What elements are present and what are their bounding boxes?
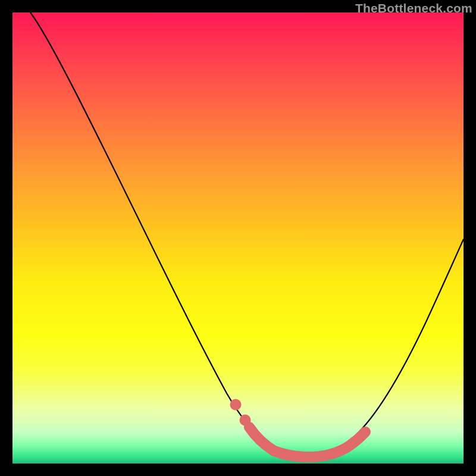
right-curve xyxy=(307,239,464,457)
left-curve xyxy=(30,12,307,457)
highlight-dot-lower xyxy=(240,415,251,426)
highlight-dot-upper xyxy=(230,399,242,411)
chart-svg xyxy=(12,12,464,464)
highlight-overlay xyxy=(249,427,365,457)
watermark-text: TheBottleneck.com xyxy=(355,1,472,15)
